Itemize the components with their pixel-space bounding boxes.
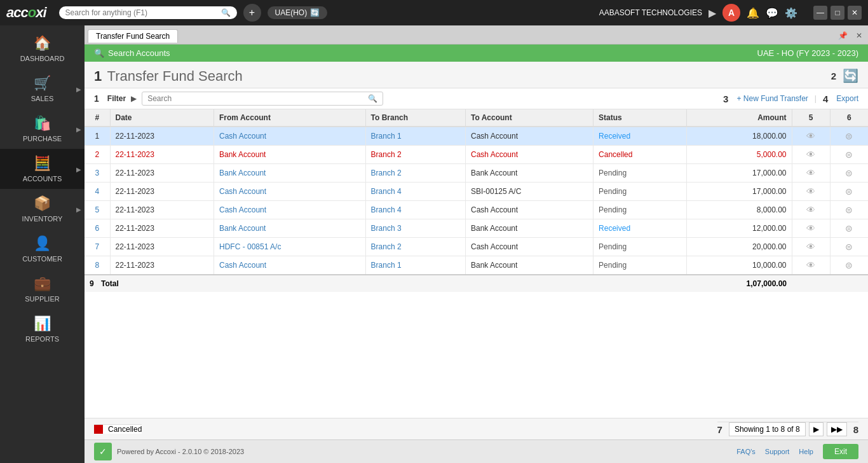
triangle-icon[interactable]: ▶ [709,7,716,19]
tab-close-icon[interactable]: ✕ [853,30,865,41]
cell-more-btn[interactable]: ⊜ [830,164,868,183]
sidebar-item-purchase[interactable]: 🛍️ PURCHASE ▶ [0,109,85,149]
cell-view-btn[interactable]: 👁 [792,146,830,164]
global-search-bar[interactable]: 🔍 [59,6,237,19]
filter-right: 3 + New Fund Transfer | 4 Export [723,93,858,104]
faq-link[interactable]: FAQ's [736,448,756,455]
settings-icon[interactable]: ⚙️ [785,7,797,19]
view-icon[interactable]: 👁 [806,149,815,160]
cell-view-btn[interactable]: 👁 [792,127,830,146]
footer-right: FAQ's Support Help Exit [736,444,858,459]
view-icon[interactable]: 👁 [806,260,815,270]
export-button[interactable]: Export [836,94,858,103]
sidebar-item-reports[interactable]: 📊 REPORTS [0,309,85,349]
view-icon[interactable]: 👁 [806,223,815,233]
cancelled-legend-box [94,425,103,434]
cell-more-btn[interactable]: ⊜ [830,201,868,219]
cell-more-btn[interactable]: ⊜ [830,146,868,164]
number7-badge: 7 [717,424,722,435]
table-row[interactable]: 1 22-11-2023 Cash Account Branch 1 Cash … [85,127,868,146]
more-icon[interactable]: ⊜ [845,242,853,252]
add-button[interactable]: + [243,4,261,22]
sidebar-item-dashboard[interactable]: 🏠 DASHBOARD [0,29,85,69]
cell-view-btn[interactable]: 👁 [792,219,830,238]
cell-more-btn[interactable]: ⊜ [830,219,868,238]
cell-to-account: SBI-00125 A/C [465,183,593,201]
table-row[interactable]: 2 22-11-2023 Bank Account Branch 2 Cash … [85,146,868,164]
cell-view-btn[interactable]: 👁 [792,183,830,201]
cell-amount: 17,000.00 [686,183,792,201]
more-icon[interactable]: ⊜ [845,205,853,215]
sidebar-label-accounts: ACCOUNTS [23,175,62,183]
more-icon[interactable]: ⊜ [845,131,853,141]
table-row[interactable]: 7 22-11-2023 HDFC - 00851 A/c Branch 2 C… [85,238,868,256]
sidebar-item-supplier[interactable]: 💼 SUPPLIER [0,269,85,309]
table-row[interactable]: 5 22-11-2023 Cash Account Branch 4 Cash … [85,201,868,219]
cell-view-btn[interactable]: 👁 [792,238,830,256]
cell-from-account: Bank Account [214,164,366,183]
view-icon[interactable]: 👁 [806,168,815,178]
view-icon[interactable]: 👁 [806,242,815,252]
support-link[interactable]: Support [765,448,790,455]
more-icon[interactable]: ⊜ [845,223,853,233]
tab-transfer-fund-search[interactable]: Transfer Fund Search [88,29,178,43]
global-search-input[interactable] [65,8,218,17]
cell-num: 7 [85,238,110,256]
more-icon[interactable]: ⊜ [845,260,853,270]
more-icon[interactable]: ⊜ [845,168,853,178]
cell-to-account: Cash Account [465,238,593,256]
cell-more-btn[interactable]: ⊜ [830,127,868,146]
filter-play-icon[interactable]: ▶ [131,94,137,103]
sidebar-item-sales[interactable]: 🛒 SALES ▶ [0,69,85,109]
exit-button[interactable]: Exit [823,444,858,459]
new-fund-transfer-button[interactable]: + New Fund Transfer [736,94,808,103]
cell-num: 8 [85,256,110,275]
cell-to-branch: Branch 1 [365,127,465,146]
last-page-button[interactable]: ▶▶ [827,422,847,436]
view-icon[interactable]: 👁 [806,186,815,197]
more-icon[interactable]: ⊜ [845,149,853,160]
minimize-button[interactable]: — [813,6,827,20]
page-refresh-icon[interactable]: 🔄 [843,68,858,83]
filter-search-box[interactable]: 🔍 [142,92,383,106]
help-link[interactable]: Help [799,448,813,455]
filter-search-input[interactable] [147,94,368,103]
tab-pin-icon[interactable]: 📌 [836,30,850,41]
next-page-button[interactable]: ▶ [809,422,824,436]
sidebar-item-customer[interactable]: 👤 CUSTOMER [0,229,85,269]
col-header-num: # [85,109,110,127]
table-row[interactable]: 6 22-11-2023 Bank Account Branch 3 Bank … [85,219,868,238]
view-icon[interactable]: 👁 [806,131,815,141]
cell-to-branch: Branch 2 [365,146,465,164]
cell-view-btn[interactable]: 👁 [792,164,830,183]
filter-search-icon: 🔍 [368,94,377,103]
cell-more-btn[interactable]: ⊜ [830,256,868,275]
table-row[interactable]: 4 22-11-2023 Cash Account Branch 4 SBI-0… [85,183,868,201]
sidebar-item-inventory[interactable]: 📦 INVENTORY ▶ [0,189,85,229]
filter-label[interactable]: Filter [107,94,126,103]
total-label-cell: 9 Total [85,275,214,292]
filter-bar: 1 Filter ▶ 🔍 3 + New Fund Transfer | 4 E [85,88,868,109]
cell-view-btn[interactable]: 👁 [792,201,830,219]
maximize-button[interactable]: □ [831,6,844,20]
cell-more-btn[interactable]: ⊜ [830,183,868,201]
notifications-icon[interactable]: 🔔 [747,7,759,19]
cell-num: 5 [85,201,110,219]
table-row[interactable]: 3 22-11-2023 Bank Account Branch 2 Bank … [85,164,868,183]
cell-view-btn[interactable]: 👁 [792,256,830,275]
messages-icon[interactable]: 💬 [766,7,778,19]
tab-bar: Transfer Fund Search 📌 ✕ [85,25,868,45]
col-header-status: Status [593,109,687,127]
view-icon[interactable]: 👁 [806,205,815,215]
more-icon[interactable]: ⊜ [845,186,853,197]
pagination-bar: 7 Showing 1 to 8 of 8 ▶ ▶▶ 8 [717,422,858,436]
window-controls: — □ ✕ [813,6,862,20]
cell-more-btn[interactable]: ⊜ [830,238,868,256]
company-selector[interactable]: UAE(HO) 🔄 [268,6,328,19]
sidebar-item-accounts[interactable]: 🧮 ACCOUNTS ▶ [0,149,85,189]
sales-expand-icon: ▶ [76,85,81,92]
table-row[interactable]: 8 22-11-2023 Cash Account Branch 1 Bank … [85,256,868,275]
close-button[interactable]: ✕ [848,6,862,20]
sidebar: 🏠 DASHBOARD 🛒 SALES ▶ 🛍️ PURCHASE ▶ 🧮 AC… [0,25,85,463]
user-avatar[interactable]: A [722,4,740,22]
